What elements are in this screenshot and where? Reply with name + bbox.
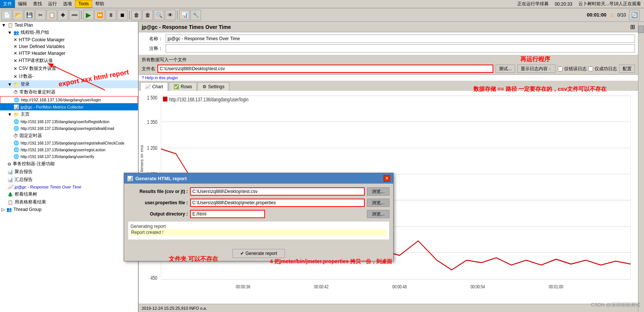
warn-count: 0/10 — [617, 12, 626, 18]
display-log-btn[interactable]: 显示日志内容： — [517, 65, 556, 73]
log-text: 2019-12-24 15:25:25,910 INFO o.a. — [142, 306, 207, 310]
tree-item-http4[interactable]: 🌐 http://192.168.137.135/dangdang/user/r… — [0, 146, 138, 153]
output-input[interactable] — [190, 210, 265, 218]
tree-label: http://192.168.137.135/dangdang/user/toR… — [21, 120, 109, 124]
dialog-close-btn[interactable]: ✕ — [383, 175, 390, 182]
results-input[interactable] — [190, 187, 365, 196]
menu-run[interactable]: 运行 — [45, 0, 60, 8]
name-input[interactable] — [166, 35, 635, 43]
graph-icon: 📈 — [7, 184, 13, 190]
save-btn[interactable]: 💾 — [24, 10, 34, 20]
menu-edit[interactable]: 编辑 — [15, 0, 30, 8]
tree-item-http-login[interactable]: 🌐 http://192.168.137.136/dangdang/user/l… — [0, 96, 138, 104]
tree-label: 主页 — [21, 111, 30, 118]
error-log-checkbox[interactable] — [558, 66, 563, 71]
tree-item-summary[interactable]: 📊 汇总报告 — [0, 176, 138, 184]
properties-input[interactable] — [190, 199, 365, 207]
file-input[interactable] — [157, 65, 493, 73]
cookie-icon: ✕ — [13, 37, 17, 42]
plugin-btn[interactable]: 🔧 — [190, 10, 201, 20]
output-browse-btn[interactable]: 浏览... — [367, 210, 389, 218]
tree-item-header[interactable]: ✕ HTTP Header Manager — [0, 50, 138, 57]
svg-text:1 500: 1 500 — [147, 95, 157, 101]
menu-tools[interactable]: Tools — [75, 0, 92, 8]
open-btn[interactable]: 📂 — [13, 10, 23, 20]
template-btn[interactable]: 📊 — [179, 10, 190, 20]
tree-item-result-table[interactable]: 📋 用表格察看结果 — [0, 198, 138, 206]
dialog-footer: ✔ Generate report — [124, 246, 393, 261]
clear-btn[interactable]: 🗑 — [131, 10, 142, 20]
generate-btn[interactable]: ✔ Generate report — [232, 249, 285, 258]
config-btn[interactable]: 配置 — [619, 65, 635, 73]
tree-item-result-tree[interactable]: 🌲 察看结果树 — [0, 190, 138, 198]
tree-item-defaults[interactable]: ✕ HTTP请求默认值 — [0, 57, 138, 65]
tree-item-cookie[interactable]: ✕ HTTP Cookie Manager — [0, 36, 138, 43]
tree-item-main-folder[interactable]: ▼ 📁 主页 — [0, 110, 138, 118]
tree-item-counter[interactable]: ✕ 计数器- — [0, 72, 138, 80]
separator1 — [81, 11, 82, 20]
clear-all-btn[interactable]: 🗑 — [142, 10, 153, 20]
stop-btn[interactable]: ⏹ — [117, 10, 127, 20]
timer-icon: ⏱ — [13, 133, 18, 139]
tree-item-timer[interactable]: ⏱ 常数吞吐量定时器 — [0, 88, 138, 96]
perfmon-icon: 📊 — [13, 104, 19, 110]
right-scrollbar[interactable] — [638, 22, 644, 312]
menu-options[interactable]: 选项 — [60, 0, 75, 8]
tab-settings[interactable]: ⚙ Settings — [198, 82, 229, 91]
generate-btn-label: Generate report — [246, 251, 277, 256]
tree-item-login-folder[interactable]: ▼ 📁 登录 — [0, 80, 138, 88]
toolbar: 📄 📂 💾 ✂ 📋 ✚ ➖ ▶ ⏩ ⏸ ⏹ 🗑 🗑 🔍 👁 📊 🔧 00:01:… — [0, 8, 644, 22]
expand-icon: ▼ — [7, 82, 12, 87]
monitor-btn[interactable]: 👁 — [165, 10, 175, 20]
tree-item-http3[interactable]: 🌐 http://192.168.137.135/dangdang/user/r… — [0, 140, 138, 146]
tree-item-http1[interactable]: 🌐 http://192.168.137.135/dangdang/user/t… — [0, 118, 138, 125]
new-btn[interactable]: 📄 — [1, 10, 12, 20]
add-btn[interactable]: ✚ — [58, 10, 68, 20]
copy-btn[interactable]: 📋 — [46, 10, 57, 20]
pause-btn[interactable]: ⏸ — [106, 10, 116, 20]
tree-item-perfmon[interactable]: 📊 jp@gc - PerfMon Metrics Collector — [0, 104, 138, 110]
properties-browse-btn[interactable]: 浏览... — [367, 199, 389, 207]
http-icon: 🌐 — [13, 147, 19, 152]
tree-item-http5[interactable]: 🌐 http://192.168.137.135/dangdang/user/v… — [0, 153, 138, 160]
tree-item-csv[interactable]: ✕ CSV 数据文件设置 — [0, 65, 138, 72]
tree-item-testplan[interactable]: ▼ 📋 Test Plan — [0, 22, 138, 29]
plan-icon: 📋 — [7, 23, 13, 28]
tree-label: User Defined Variables — [19, 44, 65, 49]
menu-file[interactable]: 文件 — [0, 0, 15, 8]
comment-input[interactable] — [166, 44, 635, 53]
help-link[interactable]: ? Help in this plugin — [139, 75, 638, 81]
refresh-btn[interactable]: 🔄 — [629, 10, 640, 20]
checkmark-icon: ✔ — [240, 251, 244, 256]
menu-find[interactable]: 查找 — [30, 0, 45, 8]
svg-text:450: 450 — [150, 275, 157, 281]
play-no-pause-btn[interactable]: ⏩ — [94, 10, 105, 20]
defaults-icon: ✕ — [13, 58, 17, 63]
expand-btn[interactable]: ⊞ — [630, 23, 635, 30]
tab-rows[interactable]: ✅ Rows — [169, 82, 197, 91]
search-btn[interactable]: 🔍 — [154, 10, 164, 20]
warning-icon: ⚠ — [610, 12, 614, 18]
tree-item-response-times[interactable]: 📈 jp@gc - Response Times Over Time — [0, 184, 138, 190]
results-browse-btn[interactable]: 浏览... — [367, 187, 389, 196]
name-label: 名称： — [142, 36, 164, 42]
tree-label: 察看结果树 — [15, 191, 37, 197]
success-log-checkbox[interactable] — [588, 66, 593, 71]
play-btn[interactable]: ▶ — [83, 10, 94, 20]
transaction-icon: ⊖ — [7, 161, 11, 167]
tree-item-fixed-timer[interactable]: ⏱ 固定定时器 — [0, 132, 138, 140]
tree-item-thread-group[interactable]: ▷ 👥 Thread Group — [0, 206, 138, 213]
tree-item-transaction[interactable]: ⊖ 事务控制器-注册功能 — [0, 160, 138, 168]
cut-btn[interactable]: ✂ — [35, 10, 46, 20]
tree-item-vars[interactable]: ✕ User Defined Variables — [0, 43, 138, 50]
menu-help[interactable]: 帮助 — [92, 0, 107, 8]
storage-section-label: 所有数据写入一个文件 — [142, 57, 635, 63]
remove-btn[interactable]: ➖ — [69, 10, 79, 20]
expand-icon: ▼ — [7, 30, 12, 35]
test-btn[interactable]: 测试... — [496, 65, 515, 73]
tree-label: jp@gc - Response Times Over Time — [15, 185, 81, 189]
tree-item-threadgroup[interactable]: ▼ 👥 线程组-用户组 — [0, 29, 138, 36]
tree-item-http2[interactable]: 🌐 http://192.168.137.135/dangdang/user/r… — [0, 125, 138, 132]
tab-chart[interactable]: 📈 Chart — [140, 82, 168, 91]
tree-item-aggregate[interactable]: 📊 聚合报告 — [0, 168, 138, 176]
